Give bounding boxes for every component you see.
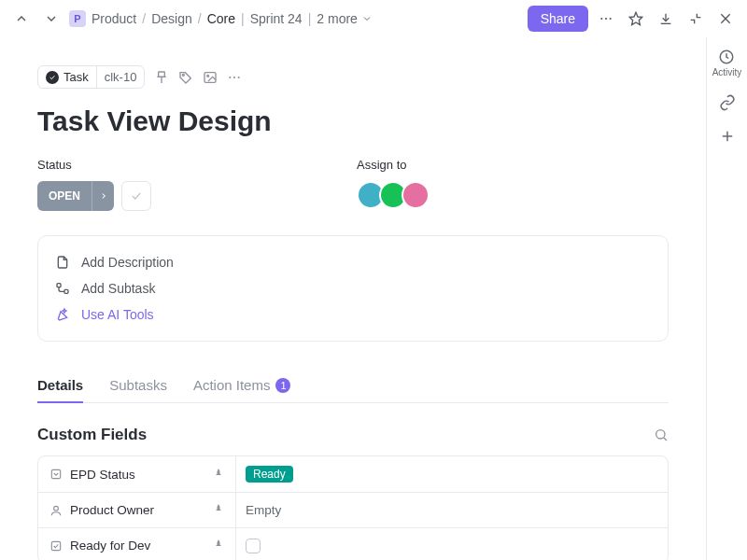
breadcrumb-separator: | (308, 11, 312, 26)
more-icon[interactable] (594, 7, 618, 31)
assignee-avatars[interactable] (357, 181, 430, 209)
add-description-button[interactable]: Add Description (55, 249, 651, 275)
checkbox-field-icon (49, 539, 63, 553)
svg-point-12 (183, 74, 185, 76)
svg-point-20 (656, 430, 665, 439)
task-type: Task (38, 66, 96, 88)
tab-action-items[interactable]: Action Items 1 (193, 368, 291, 402)
task-meta: Status OPEN Assign to (37, 158, 669, 211)
custom-field-name-text: Product Owner (70, 503, 154, 517)
task-chip-row: Task clk-10 (37, 65, 669, 89)
custom-field-name: Ready for Dev (38, 528, 236, 560)
tabs: Details Subtasks Action Items 1 (37, 368, 669, 403)
svg-point-16 (233, 76, 235, 77)
add-subtask-button[interactable]: Add Subtask (55, 275, 651, 301)
status-value: OPEN (37, 189, 92, 203)
svg-rect-22 (51, 469, 60, 478)
status-label: Status (37, 158, 151, 172)
breadcrumb-separator: / (142, 11, 146, 26)
svg-rect-9 (159, 72, 165, 77)
custom-field-row[interactable]: EPD Status Ready (38, 456, 668, 492)
task-title[interactable]: Task View Design (37, 105, 669, 137)
rail-link-icon[interactable] (719, 94, 736, 111)
add-description-label: Add Description (81, 255, 174, 270)
custom-field-value[interactable]: Empty (236, 503, 668, 517)
breadcrumb-item[interactable]: Core (207, 11, 235, 26)
tab-subtasks[interactable]: Subtasks (109, 368, 167, 402)
image-icon[interactable] (203, 70, 218, 85)
breadcrumb-separator: / (198, 11, 202, 26)
workspace-badge[interactable]: P (69, 10, 86, 27)
collapse-icon[interactable] (684, 7, 708, 31)
more-horizontal-icon[interactable] (227, 70, 242, 85)
custom-field-value[interactable]: Ready (236, 466, 668, 483)
svg-line-21 (664, 438, 667, 441)
assignee-label: Assign to (357, 158, 430, 172)
avatar[interactable] (402, 181, 430, 209)
assignee-section: Assign to (357, 158, 430, 211)
pin-icon[interactable] (213, 539, 224, 553)
custom-field-name-text: Ready for Dev (70, 539, 150, 553)
pin-icon[interactable] (213, 503, 224, 517)
status-pill[interactable]: OPEN (37, 181, 114, 211)
pin-icon[interactable] (213, 468, 224, 482)
tab-action-items-label: Action Items (193, 377, 271, 393)
svg-point-23 (54, 506, 59, 511)
svg-rect-18 (57, 284, 61, 287)
task-type-dot-icon (46, 71, 59, 84)
task-chip[interactable]: Task clk-10 (37, 65, 145, 89)
breadcrumb-item[interactable]: Sprint 24 (250, 11, 303, 26)
search-icon[interactable] (654, 427, 669, 442)
rail-activity-label: Activity (712, 67, 742, 77)
task-type-label: Task (63, 70, 89, 84)
star-icon[interactable] (624, 7, 648, 31)
pin-icon[interactable] (154, 70, 169, 85)
add-subtask-label: Add Subtask (81, 281, 155, 296)
top-bar: P Product / Design / Core | Sprint 24 | … (0, 0, 747, 37)
chevron-right-icon (92, 181, 114, 211)
svg-point-17 (238, 76, 240, 77)
custom-field-name: EPD Status (38, 456, 236, 492)
svg-point-1 (605, 18, 607, 20)
main-pane: Task clk-10 Task View Design Status OPEN… (0, 37, 706, 560)
breadcrumb-more[interactable]: 2 more (317, 11, 373, 26)
custom-field-row[interactable]: Ready for Dev (38, 527, 668, 560)
task-id: clk-10 (96, 66, 145, 88)
tab-details[interactable]: Details (37, 368, 83, 402)
share-button[interactable]: Share (528, 6, 588, 32)
svg-rect-19 (64, 289, 68, 293)
use-ai-button[interactable]: Use AI Tools (55, 301, 651, 328)
custom-field-row[interactable]: Product Owner Empty (38, 492, 668, 527)
svg-rect-24 (51, 541, 60, 550)
breadcrumb-more-label: 2 more (317, 11, 358, 26)
custom-fields-header: Custom Fields (37, 426, 669, 444)
export-icon[interactable] (654, 7, 678, 31)
status-tag: Ready (246, 466, 293, 483)
checkbox-input[interactable] (246, 539, 261, 553)
custom-fields-table: EPD Status Ready Product Owner Empty Rea… (37, 455, 669, 560)
custom-field-name: Product Owner (38, 493, 236, 527)
svg-point-2 (610, 18, 612, 20)
breadcrumb-item[interactable]: Design (151, 11, 192, 26)
breadcrumb-item[interactable]: Product (92, 11, 136, 26)
custom-fields-heading: Custom Fields (37, 426, 147, 444)
action-items-count-badge: 1 (275, 378, 290, 393)
dropdown-field-icon (49, 468, 63, 481)
custom-field-name-text: EPD Status (70, 468, 135, 482)
svg-point-0 (600, 18, 602, 20)
tag-icon[interactable] (178, 70, 193, 85)
nav-up-icon[interactable] (9, 7, 34, 31)
svg-marker-3 (629, 12, 641, 24)
custom-field-value[interactable] (236, 539, 668, 553)
rail-activity[interactable]: Activity (712, 49, 742, 77)
svg-point-15 (230, 76, 232, 77)
close-icon[interactable] (713, 7, 738, 31)
status-section: Status OPEN (37, 158, 151, 211)
user-field-icon (49, 504, 63, 517)
breadcrumb-separator: | (241, 11, 245, 26)
svg-point-14 (207, 75, 209, 77)
mark-complete-button[interactable] (121, 181, 151, 211)
quick-actions-panel: Add Description Add Subtask Use AI Tools (37, 235, 669, 342)
rail-plus-icon[interactable] (719, 128, 736, 145)
nav-down-icon[interactable] (39, 7, 63, 31)
